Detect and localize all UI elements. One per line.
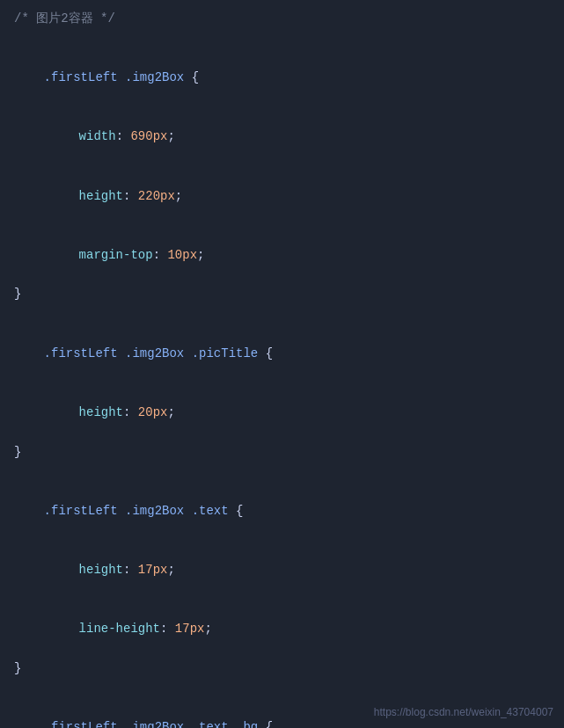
watermark: https://blog.csdn.net/weixin_43704007 bbox=[374, 704, 553, 721]
empty-line-1 bbox=[14, 28, 550, 47]
rule-margin-top: margin-top: 10px; bbox=[14, 225, 550, 284]
rule-height-3: height: 17px; bbox=[14, 541, 550, 600]
comment-img2-container: /* 图片2容器 */ bbox=[14, 9, 550, 28]
rule-height-1: height: 220px; bbox=[14, 166, 550, 225]
empty-line-3 bbox=[14, 462, 550, 481]
rule-line-height: line-height: 17px; bbox=[14, 600, 550, 659]
empty-line-4 bbox=[14, 678, 550, 697]
code-editor: /* 图片2容器 */ .firstLeft .img2Box { width:… bbox=[0, 0, 564, 728]
close-brace-1: } bbox=[14, 284, 550, 303]
close-brace-3: } bbox=[14, 659, 550, 678]
empty-line-2 bbox=[14, 304, 550, 324]
close-brace-2: } bbox=[14, 442, 550, 462]
selector-text: .firstLeft .img2Box .text { bbox=[14, 481, 550, 540]
rule-width: width: 690px; bbox=[14, 107, 550, 166]
selector-picTitle: .firstLeft .img2Box .picTitle { bbox=[14, 324, 550, 382]
selector-img2box: .firstLeft .img2Box { bbox=[14, 48, 550, 107]
rule-height-2: height: 20px; bbox=[14, 382, 550, 441]
